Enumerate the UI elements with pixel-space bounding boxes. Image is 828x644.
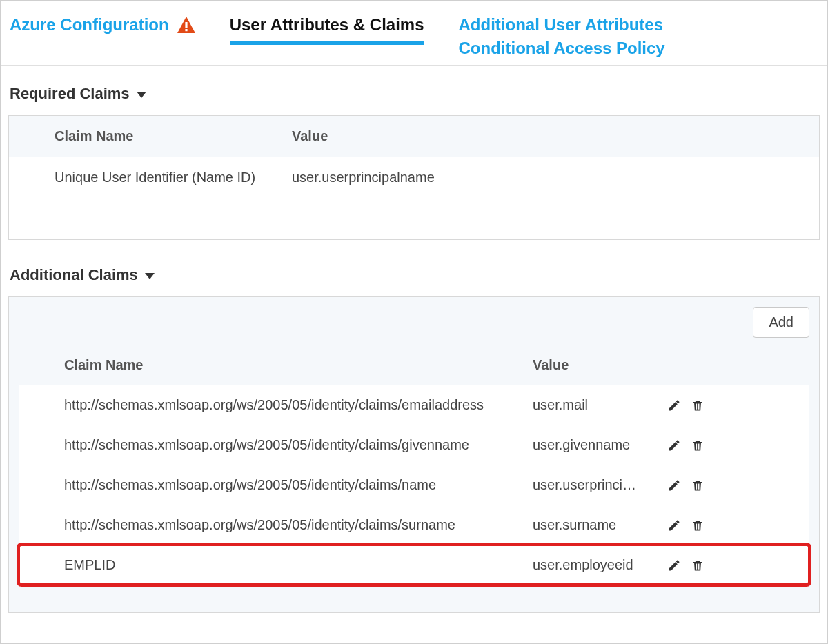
delete-icon[interactable] (691, 439, 704, 452)
column-header-actions (660, 345, 743, 385)
required-claims-toggle[interactable]: Required Claims (8, 79, 820, 115)
tab-bar: Azure Configuration User Attributes & Cl… (1, 1, 827, 66)
table-row[interactable]: http://schemas.xmlsoap.org/ws/2005/05/id… (19, 385, 809, 425)
additional-claims-header-row: Claim Name Value (19, 345, 809, 385)
delete-icon[interactable] (691, 399, 704, 412)
app-frame: Azure Configuration User Attributes & Cl… (0, 0, 828, 644)
cell-value: user.userprinci… (526, 465, 660, 505)
required-claims-header-row: Claim Name Value (9, 116, 819, 157)
cell-actions (660, 385, 743, 425)
add-button[interactable]: Add (753, 307, 809, 338)
cell-claim-name: http://schemas.xmlsoap.org/ws/2005/05/id… (19, 465, 526, 505)
table-row[interactable]: http://schemas.xmlsoap.org/ws/2005/05/id… (19, 465, 809, 505)
edit-icon[interactable] (667, 559, 681, 572)
cell-claim-name: Unique User Identifier (Name ID) (9, 157, 285, 198)
additional-claims-toggle[interactable]: Additional Claims (8, 261, 820, 296)
additional-claims-toolbar: Add (19, 307, 809, 338)
column-header-claim-name: Claim Name (9, 116, 285, 157)
cell-claim-name: EMPLID (19, 545, 526, 585)
tab-label: User Attributes & Claims (230, 15, 424, 34)
cell-actions (660, 505, 743, 545)
column-header-value: Value (526, 345, 660, 385)
edit-icon[interactable] (667, 439, 681, 452)
section-required-claims: Required Claims Claim Name Value Unique … (1, 66, 827, 247)
warning-icon (177, 17, 195, 33)
additional-claims-panel: Add Claim Name Value http://schemas.xmls… (8, 296, 820, 613)
delete-icon[interactable] (691, 519, 704, 532)
cell-value: user.mail (526, 385, 660, 425)
delete-icon[interactable] (691, 559, 704, 572)
edit-icon[interactable] (667, 399, 681, 412)
required-claims-panel: Claim Name Value Unique User Identifier … (8, 115, 820, 240)
section-title-text: Additional Claims (10, 266, 138, 284)
caret-down-icon (145, 273, 155, 279)
table-row-highlighted[interactable]: EMPLID user.employeeid (19, 545, 809, 585)
cell-actions (660, 545, 743, 585)
tab-conditional-access-policy[interactable]: Conditional Access Policy (459, 39, 665, 58)
edit-icon[interactable] (667, 519, 681, 532)
additional-claims-grid: Claim Name Value http://schemas.xmlsoap.… (19, 345, 809, 585)
tab-additional-user-attributes[interactable]: Additional User Attributes (459, 15, 665, 34)
table-row[interactable]: http://schemas.xmlsoap.org/ws/2005/05/id… (19, 505, 809, 545)
table-row[interactable]: http://schemas.xmlsoap.org/ws/2005/05/id… (19, 425, 809, 465)
section-title-text: Required Claims (10, 85, 130, 103)
edit-icon[interactable] (667, 479, 681, 492)
svg-rect-0 (185, 22, 187, 28)
cell-claim-name: http://schemas.xmlsoap.org/ws/2005/05/id… (19, 505, 526, 545)
cell-claim-name: http://schemas.xmlsoap.org/ws/2005/05/id… (19, 425, 526, 465)
cell-actions (660, 465, 743, 505)
cell-value: user.surname (526, 505, 660, 545)
column-header-value: Value (285, 116, 819, 157)
tab-stack-right: Additional User Attributes Conditional A… (459, 15, 665, 65)
tab-user-attributes-claims[interactable]: User Attributes & Claims (230, 15, 424, 45)
tab-label: Azure Configuration (10, 15, 169, 34)
column-header-claim-name: Claim Name (19, 345, 526, 385)
cell-value: user.employeeid (526, 545, 660, 585)
section-additional-claims: Additional Claims Add Claim Name Value h… (1, 247, 827, 620)
cell-actions (660, 425, 743, 465)
delete-icon[interactable] (691, 479, 704, 492)
caret-down-icon (137, 92, 146, 98)
cell-value: user.userprincipalname (285, 157, 819, 198)
cell-claim-name: http://schemas.xmlsoap.org/ws/2005/05/id… (19, 385, 526, 425)
table-row[interactable]: Unique User Identifier (Name ID) user.us… (9, 157, 819, 198)
svg-rect-1 (185, 29, 187, 31)
tab-azure-configuration[interactable]: Azure Configuration (10, 15, 195, 44)
cell-value: user.givenname (526, 425, 660, 465)
